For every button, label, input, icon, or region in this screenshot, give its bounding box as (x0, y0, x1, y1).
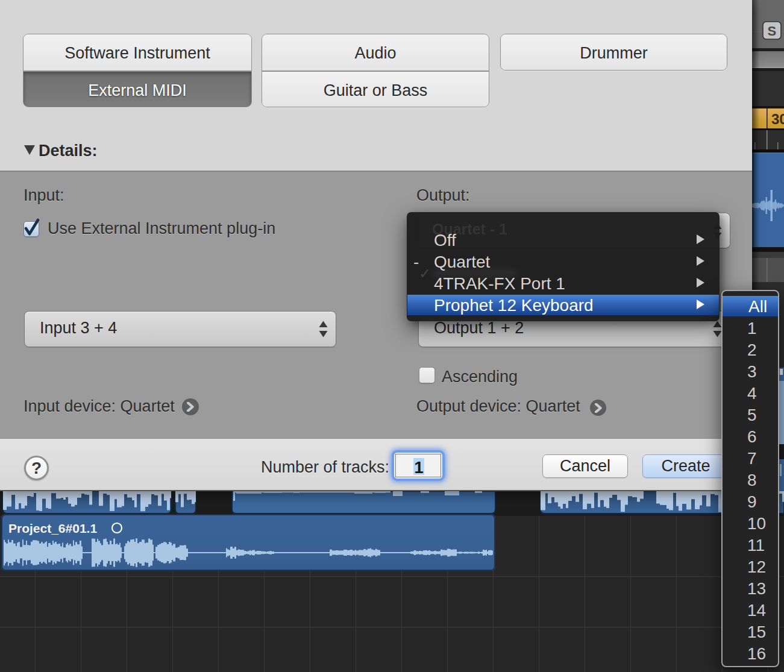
svg-text:Project_6#01.1: Project_6#01.1 (8, 521, 97, 535)
svg-text:S: S (768, 24, 777, 39)
svg-text:30: 30 (771, 111, 784, 127)
